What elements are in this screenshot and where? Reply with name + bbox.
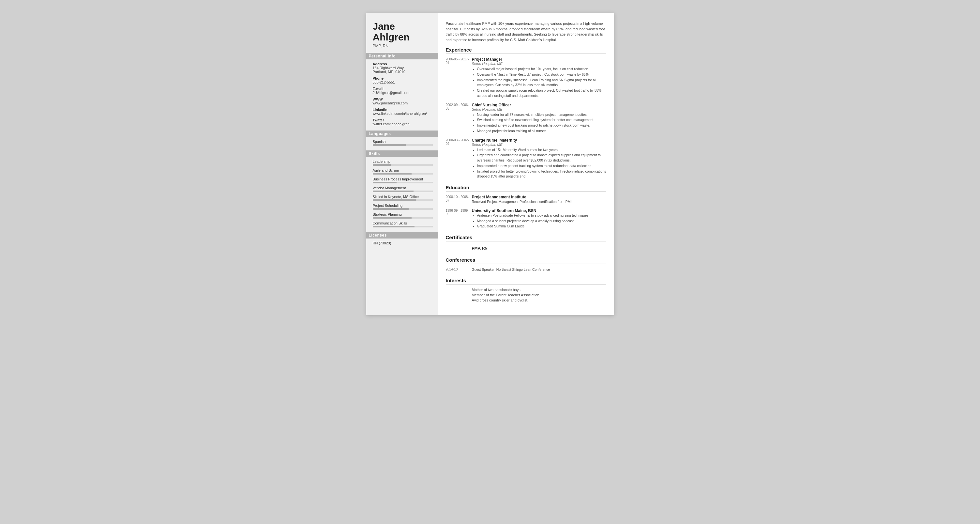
bullet-item: Managed project for lean training of all… xyxy=(477,129,606,134)
entry-content: Project Manager Seton Hospital, ME Overs… xyxy=(472,57,606,99)
entry-date: 2002-09 - 2006-05 xyxy=(446,103,472,134)
personal-info-header: Personal Info xyxy=(366,53,438,59)
skill-bar-bg xyxy=(373,191,433,192)
entry-content: Chief Nursing Officer Seton Hospital, ME… xyxy=(472,103,606,134)
skill-name: Vendor Management xyxy=(373,186,433,190)
interests-section: Interests Mother of two passionate boys.… xyxy=(446,278,606,302)
interests-header: Interests xyxy=(446,278,606,285)
title: PMP, RN xyxy=(373,44,433,48)
skill-bar-bg xyxy=(373,182,433,183)
entry-content: Project Management Institute Received Pr… xyxy=(472,195,606,205)
interests-container: Mother of two passionate boys.Member of … xyxy=(446,288,606,302)
entry-date: 2008-10 - 2008-07 xyxy=(446,195,472,205)
linkedin-label: LinkedIn xyxy=(373,108,433,111)
bullet-item: Created our popular supply room relocati… xyxy=(477,88,606,99)
www-group: WWW www.janeahlgren.com xyxy=(373,97,433,105)
twitter-label: Twitter xyxy=(373,118,433,122)
entry-bullets: Nursing leader for all 87 nurses with mu… xyxy=(472,112,606,134)
experience-entry: 2002-09 - 2006-05 Chief Nursing Officer … xyxy=(446,103,606,134)
conferences-header: Conferences xyxy=(446,257,606,264)
bullet-item: Managed a student project to develop a w… xyxy=(477,218,606,224)
bullet-item: Implemented a new cost tracking project … xyxy=(477,123,606,128)
conf-text: Guest Speaker, Northeast Shingo Lean Con… xyxy=(472,267,606,272)
skill-item: Leadership xyxy=(373,159,433,166)
phone-value: 555-212-5551 xyxy=(373,80,433,84)
interest-item: Mother of two passionate boys. xyxy=(446,288,606,292)
language-item: Spanish xyxy=(373,140,433,146)
phone-label: Phone xyxy=(373,76,433,80)
skill-bar-fill xyxy=(373,191,414,192)
skill-item: Strategic Planning xyxy=(373,212,433,218)
email-group: E-mail JUAhlgren@gmail.com xyxy=(373,87,433,95)
address-line1: 134 Rightward Way xyxy=(373,66,433,70)
sidebar: Jane Ahlgren PMP, RN Personal Info Addre… xyxy=(366,13,438,315)
skill-item: Vendor Management xyxy=(373,186,433,192)
entry-bullets: Andersen Postgraduate Fellowship to stud… xyxy=(472,213,606,229)
education-header: Education xyxy=(446,185,606,191)
skill-item: Agile and Scrum xyxy=(373,168,433,175)
conferences-section: Conferences 2014-10 Guest Speaker, North… xyxy=(446,257,606,272)
languages-header: Languages xyxy=(366,131,438,137)
entry-title: Charge Nurse, Maternity xyxy=(472,138,606,143)
language-bar-fill xyxy=(373,144,406,146)
phone-group: Phone 555-212-5551 xyxy=(373,76,433,84)
skills-container: Leadership Agile and Scrum Business Proc… xyxy=(373,159,433,228)
conferences-container: 2014-10 Guest Speaker, Northeast Shingo … xyxy=(446,267,606,272)
skill-name: Project Scheduling xyxy=(373,204,433,207)
skill-name: Skilled in Keynote, MS Office xyxy=(373,195,433,199)
entry-title: Chief Nursing Officer xyxy=(472,103,606,107)
email-value: JUAhlgren@gmail.com xyxy=(373,91,433,95)
skill-bar-bg xyxy=(373,173,433,175)
languages-container: Spanish xyxy=(373,140,433,146)
skill-bar-fill xyxy=(373,164,391,166)
skill-name: Leadership xyxy=(373,159,433,164)
email-label: E-mail xyxy=(373,87,433,91)
entry-title: University of Southern Maine, BSN xyxy=(472,209,606,213)
entry-text: Received Project Management Professional… xyxy=(472,199,606,205)
skill-item: Skilled in Keynote, MS Office xyxy=(373,195,433,201)
entry-org: Seton Hospital, ME xyxy=(472,62,606,65)
interest-item: Avid cross country skier and cyclist. xyxy=(446,298,606,302)
bullet-item: Organized and coordinated a project to d… xyxy=(477,153,606,163)
skill-name: Business Process Improvement xyxy=(373,177,433,181)
certificates-container: PMP, RN xyxy=(446,245,606,252)
skill-bar-bg xyxy=(373,164,433,166)
twitter-value: twitter.com/janeahlgren xyxy=(373,122,433,126)
skill-name: Agile and Scrum xyxy=(373,168,433,172)
skills-header: Skills xyxy=(366,150,438,157)
conference-entry: 2014-10 Guest Speaker, Northeast Shingo … xyxy=(446,267,606,272)
skill-item: Project Scheduling xyxy=(373,204,433,210)
licenses-header: Licenses xyxy=(366,232,438,239)
summary: Passionate healthcare PMP with 10+ years… xyxy=(446,21,606,42)
skill-bar-fill xyxy=(373,208,409,210)
skill-bar-bg xyxy=(373,226,433,228)
entry-bullets: Oversaw all major hospital projects for … xyxy=(472,67,606,99)
entry-date: 2006-05 - 2017-01 xyxy=(446,57,472,99)
resume-container: Jane Ahlgren PMP, RN Personal Info Addre… xyxy=(366,13,614,315)
address-label: Address xyxy=(373,62,433,66)
conf-content: Guest Speaker, Northeast Shingo Lean Con… xyxy=(472,267,606,272)
cert-text: PMP, RN xyxy=(472,246,488,250)
entry-title: Project Management Institute xyxy=(472,195,606,199)
cert-date xyxy=(446,248,472,248)
entry-org: Seton Hospital, ME xyxy=(472,107,606,111)
skill-bar-bg xyxy=(373,217,433,218)
education-entry: 2008-10 - 2008-07 Project Management Ins… xyxy=(446,195,606,205)
language-bar-bg xyxy=(373,144,433,146)
experience-entry: 2000-03 - 2002-09 Charge Nurse, Maternit… xyxy=(446,138,606,180)
bullet-item: Oversaw all major hospital projects for … xyxy=(477,67,606,72)
conf-date: 2014-10 xyxy=(446,267,472,272)
linkedin-value: www.linkedin.com/in/jane-ahlgren/ xyxy=(373,111,433,116)
skill-bar-fill xyxy=(373,182,397,183)
main-content: Passionate healthcare PMP with 10+ years… xyxy=(438,13,614,315)
entry-title: Project Manager xyxy=(472,57,606,62)
entry-date: 1996-09 - 1999-05 xyxy=(446,209,472,229)
certificates-header: Certificates xyxy=(446,234,606,241)
bullet-item: Graduated Summa Cum Laude xyxy=(477,224,606,229)
www-value: www.janeahlgren.com xyxy=(373,101,433,105)
skill-bar-bg xyxy=(373,208,433,210)
entry-content: Charge Nurse, Maternity Seton Hospital, … xyxy=(472,138,606,180)
bullet-item: Oversaw the "Just in Time Restock" proje… xyxy=(477,72,606,77)
skill-bar-fill xyxy=(373,217,412,218)
name-block: Jane Ahlgren PMP, RN xyxy=(373,21,433,48)
